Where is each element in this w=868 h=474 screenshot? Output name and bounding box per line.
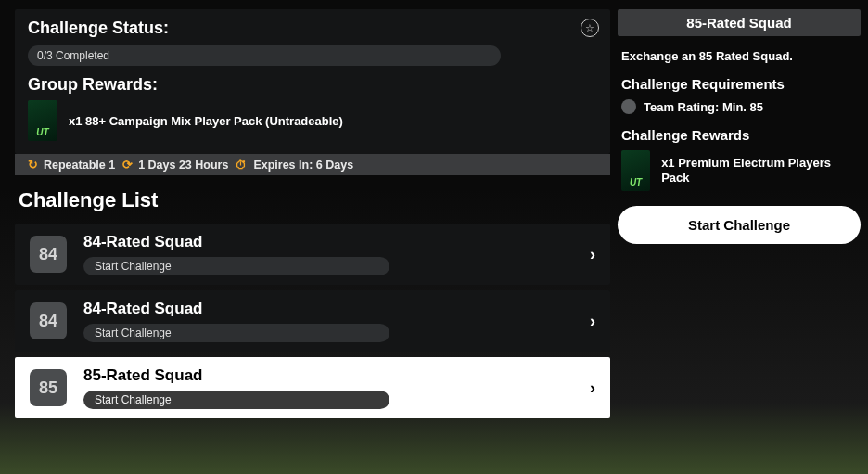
- chevron-right-icon: ›: [590, 245, 595, 264]
- expires-label: Expires In: 6 Days: [253, 159, 353, 172]
- requirement-row: Team Rating: Min. 85: [621, 99, 857, 114]
- challenge-name: 84-Rated Squad: [83, 233, 573, 251]
- requirement-text: Team Rating: Min. 85: [644, 100, 763, 114]
- clock-icon: ⏱: [236, 159, 248, 172]
- challenge-status-title: Challenge Status:: [28, 19, 597, 38]
- pack-tag: UT: [630, 177, 642, 187]
- refresh-label: 1 Days 23 Hours: [138, 159, 228, 172]
- chevron-right-icon: ›: [590, 312, 595, 331]
- requirements-title: Challenge Requirements: [621, 76, 857, 92]
- pack-tag: UT: [36, 127, 48, 137]
- meta-row: ↻ Repeatable 1 ⟳ 1 Days 23 Hours ⏱ Expir…: [15, 154, 610, 175]
- detail-reward-text: x1 Premium Electrum Players Pack: [661, 156, 857, 186]
- challenge-item[interactable]: 84 84-Rated Squad Start Challenge ›: [15, 224, 610, 285]
- start-pill[interactable]: Start Challenge: [83, 257, 389, 275]
- challenge-item[interactable]: 84 84-Rated Squad Start Challenge ›: [15, 290, 610, 352]
- left-column: ☆ Challenge Status: 0/3 Completed Group …: [15, 9, 610, 474]
- star-icon: ☆: [585, 22, 594, 34]
- start-pill[interactable]: Start Challenge: [83, 391, 389, 409]
- detail-description: Exchange an 85 Rated Squad.: [621, 49, 857, 63]
- challenge-name: 85-Rated Squad: [83, 366, 573, 385]
- rating-badge: 84: [30, 236, 67, 273]
- favorite-toggle[interactable]: ☆: [581, 19, 599, 37]
- rating-badge: 84: [30, 302, 67, 339]
- detail-reward-row: UT x1 Premium Electrum Players Pack: [621, 150, 857, 191]
- pack-icon: UT: [621, 150, 650, 191]
- group-reward-row: UT x1 88+ Campaign Mix Player Pack (Untr…: [28, 100, 597, 141]
- requirement-status-dot: [621, 99, 636, 114]
- repeatable-label: Repeatable 1: [44, 159, 115, 172]
- group-reward-text: x1 88+ Campaign Mix Player Pack (Untrade…: [69, 114, 343, 128]
- challenge-status-panel: ☆ Challenge Status: 0/3 Completed Group …: [15, 9, 610, 154]
- challenge-item-selected[interactable]: 85 85-Rated Squad Start Challenge ›: [15, 357, 610, 418]
- detail-rewards-title: Challenge Rewards: [621, 127, 857, 143]
- timer-icon: ⟳: [122, 158, 133, 172]
- group-rewards-title: Group Rewards:: [28, 75, 597, 95]
- challenge-list: 84 84-Rated Squad Start Challenge › 84 8…: [15, 224, 610, 418]
- detail-title: 85-Rated Squad: [618, 9, 861, 36]
- challenge-list-header: Challenge List: [19, 188, 610, 212]
- repeat-icon: ↻: [28, 158, 38, 172]
- start-challenge-button[interactable]: Start Challenge: [618, 206, 861, 244]
- status-progress-text: 0/3 Completed: [37, 49, 109, 62]
- challenge-name: 84-Rated Squad: [83, 300, 573, 318]
- pack-icon: UT: [28, 100, 57, 141]
- start-pill[interactable]: Start Challenge: [83, 324, 389, 342]
- detail-panel: 85-Rated Squad Exchange an 85 Rated Squa…: [618, 9, 861, 474]
- rating-badge: 85: [30, 369, 67, 406]
- status-progress-bar: 0/3 Completed: [28, 45, 501, 66]
- chevron-right-icon: ›: [590, 378, 595, 398]
